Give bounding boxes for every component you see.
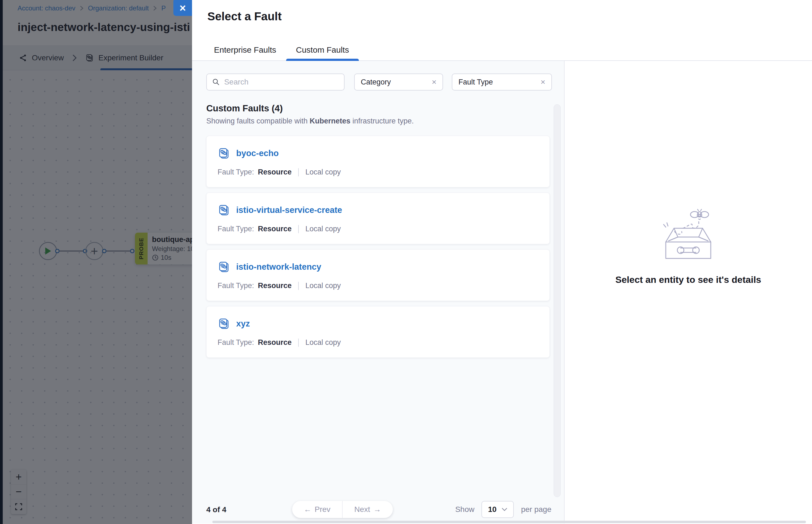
search-box[interactable]: [206, 73, 345, 91]
list-section-header: Custom Faults (4) Showing faults compati…: [192, 91, 564, 125]
fault-name-link[interactable]: istio-network-latency: [236, 262, 321, 272]
horizontal-scrollbar[interactable]: [212, 521, 806, 523]
drawer-body: Category × Fault Type × Custom Faults (4…: [192, 61, 812, 523]
fault-card-istio-virtual-service-create[interactable]: istio-virtual-service-create Fault Type:…: [206, 193, 550, 244]
drawer-title: Select a Fault: [208, 10, 282, 23]
close-drawer-button[interactable]: ×: [173, 0, 192, 16]
fault-name-link[interactable]: byoc-echo: [236, 148, 279, 158]
tab-custom-faults[interactable]: Custom Faults: [286, 39, 359, 60]
clear-category-icon[interactable]: ×: [432, 77, 437, 87]
active-tab-underline: [286, 59, 359, 61]
meta-divider: [298, 225, 299, 233]
empty-state-message: Select an entity to see it's details: [615, 274, 761, 285]
next-page-button[interactable]: Next →: [343, 501, 393, 518]
close-icon: ×: [179, 2, 186, 14]
per-page-label: per page: [521, 505, 551, 514]
search-icon: [212, 78, 220, 86]
fault-name-link[interactable]: xyz: [236, 319, 250, 329]
arrow-right-icon: →: [374, 505, 381, 514]
custom-fault-icon: [217, 147, 230, 160]
drawer-header: Select a Fault Enterprise Faults Custom …: [192, 0, 812, 61]
page-size-select[interactable]: 10: [481, 501, 514, 518]
fault-card-istio-network-latency[interactable]: istio-network-latency Fault Type: Resour…: [206, 249, 550, 301]
fault-source-tabs: Enterprise Faults Custom Faults: [204, 39, 359, 60]
select-fault-drawer: × Select a Fault Enterprise Faults Custo…: [192, 0, 812, 524]
chevron-down-icon: [501, 508, 508, 511]
clear-fault-type-icon[interactable]: ×: [541, 77, 545, 87]
fault-name-link[interactable]: istio-virtual-service-create: [236, 205, 342, 215]
fault-meta: Fault Type: Resource Local copy: [217, 281, 538, 290]
custom-fault-icon: [217, 261, 230, 273]
compatibility-note: Showing faults compatible with Kubernete…: [206, 117, 550, 125]
fault-card-byoc-echo[interactable]: byoc-echo Fault Type: Resource Local cop…: [206, 136, 550, 187]
category-filter[interactable]: Category ×: [354, 73, 443, 91]
custom-faults-heading: Custom Faults (4): [206, 103, 550, 114]
fault-type-filter[interactable]: Fault Type ×: [452, 73, 552, 91]
fault-meta: Fault Type: Resource Local copy: [217, 338, 538, 347]
meta-divider: [298, 339, 299, 347]
pagination-bar: 4 of 4 ← Prev Next → Show: [206, 501, 551, 519]
empty-state-illustration: [656, 209, 721, 261]
arrow-left-icon: ←: [304, 505, 311, 514]
meta-divider: [298, 282, 299, 290]
screen: Account: chaos-dev Organization: default…: [0, 0, 812, 524]
show-label: Show: [455, 505, 474, 514]
list-scrollbar[interactable]: [553, 104, 561, 497]
fault-card-list: byoc-echo Fault Type: Resource Local cop…: [192, 125, 564, 358]
search-input[interactable]: [224, 78, 338, 86]
fault-meta: Fault Type: Resource Local copy: [217, 225, 538, 233]
filter-row: Category × Fault Type ×: [192, 61, 564, 91]
fault-list-pane: Category × Fault Type × Custom Faults (4…: [192, 61, 565, 523]
pagination-count: 4 of 4: [206, 505, 226, 514]
custom-fault-icon: [217, 317, 230, 330]
prev-page-button[interactable]: ← Prev: [292, 501, 343, 518]
pagination-controls: ← Prev Next →: [292, 501, 393, 518]
tab-enterprise-faults[interactable]: Enterprise Faults: [204, 39, 286, 60]
custom-fault-icon: [217, 204, 230, 216]
meta-divider: [298, 168, 299, 176]
fault-detail-pane: Select an entity to see it's details: [565, 61, 812, 523]
fault-card-xyz[interactable]: xyz Fault Type: Resource Local copy: [206, 306, 550, 358]
page-size-group: Show 10 per page: [455, 501, 551, 518]
fault-meta: Fault Type: Resource Local copy: [217, 168, 538, 176]
